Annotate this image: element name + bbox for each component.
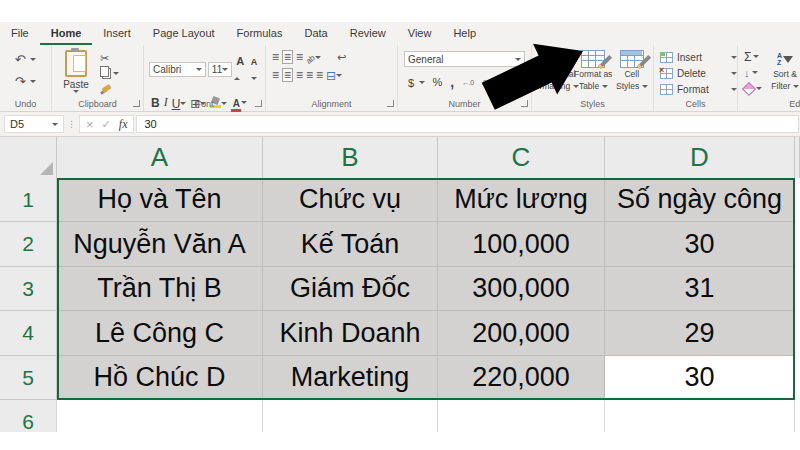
cell-B5[interactable]: Marketing: [263, 356, 438, 400]
column-header-d[interactable]: D: [605, 137, 795, 178]
cell-C2[interactable]: 100,000: [438, 222, 605, 267]
copy-button[interactable]: [100, 67, 119, 79]
decrease-decimal-button[interactable]: .00: [482, 79, 490, 86]
font-dialog-launcher[interactable]: [255, 100, 262, 107]
sort-filter-button[interactable]: AZ Sort & Filter: [768, 50, 800, 95]
cancel-icon[interactable]: ×: [86, 118, 94, 131]
cell-styles-button[interactable]: Cell Styles: [613, 50, 652, 91]
cell-A4[interactable]: Lê Công C: [57, 311, 263, 356]
number-dialog-launcher[interactable]: [521, 100, 528, 107]
align-center-button[interactable]: ≡: [282, 68, 293, 82]
cell-D5-active[interactable]: 30: [605, 356, 795, 400]
cell-extra[interactable]: [795, 311, 800, 356]
row-header-1[interactable]: 1: [0, 178, 57, 222]
cell-D1[interactable]: Số ngày công: [605, 178, 795, 222]
select-all-corner[interactable]: [0, 137, 57, 178]
cell-A3[interactable]: Trần Thị B: [57, 267, 263, 311]
currency-button[interactable]: $: [408, 73, 425, 91]
align-bottom-button[interactable]: ≡: [296, 51, 303, 63]
underline-button[interactable]: U: [172, 94, 187, 112]
font-color-button[interactable]: A: [231, 93, 247, 112]
cell-extra[interactable]: [795, 356, 800, 400]
cell-C5[interactable]: 220,000: [438, 356, 605, 400]
tab-view[interactable]: View: [397, 22, 443, 45]
bold-button[interactable]: B: [151, 96, 160, 110]
row-header-2[interactable]: 2: [0, 222, 57, 267]
cell-D6[interactable]: [605, 400, 795, 432]
format-as-table-button[interactable]: Format as Table: [574, 50, 613, 91]
alignment-dialog-launcher[interactable]: [387, 100, 394, 107]
formula-bar-handle[interactable]: ⋮: [67, 119, 76, 129]
formula-input[interactable]: 30: [136, 115, 799, 133]
cell-D3[interactable]: 31: [605, 267, 795, 311]
cell-B3[interactable]: Giám Đốc: [263, 267, 438, 311]
merge-center-button[interactable]: ⊟: [326, 66, 342, 84]
cell-B1[interactable]: Chức vụ: [263, 178, 438, 222]
cell-D2[interactable]: 30: [605, 222, 795, 267]
decrease-indent-button[interactable]: ≡: [306, 69, 313, 81]
tab-file[interactable]: File: [0, 22, 40, 45]
cell-extra[interactable]: [795, 400, 800, 432]
cell-A1[interactable]: Họ và Tên: [57, 178, 263, 222]
align-right-button[interactable]: ≡: [296, 69, 303, 81]
tab-insert[interactable]: Insert: [92, 22, 142, 45]
cell-B6[interactable]: [263, 400, 438, 432]
tab-review[interactable]: Review: [339, 22, 397, 45]
clipboard-dialog-launcher[interactable]: [133, 100, 140, 107]
italic-button[interactable]: I: [164, 95, 168, 110]
cell-C4[interactable]: 200,000: [438, 311, 605, 356]
cell-extra[interactable]: [795, 222, 800, 267]
decrease-font-button[interactable]: A: [251, 51, 262, 87]
row-header-4[interactable]: 4: [0, 311, 57, 356]
tab-formulas[interactable]: Formulas: [226, 22, 294, 45]
column-header-c[interactable]: C: [438, 137, 605, 178]
number-format-combo[interactable]: General: [404, 51, 525, 67]
row-header-3[interactable]: 3: [0, 267, 57, 311]
tab-home[interactable]: Home: [40, 22, 93, 45]
fill-color-button[interactable]: [210, 94, 227, 112]
orientation-button[interactable]: ab: [306, 48, 321, 66]
column-header-a[interactable]: A: [57, 137, 263, 178]
align-left-button[interactable]: ≡: [272, 69, 279, 81]
insert-cells-button[interactable]: Insert: [660, 51, 737, 64]
cell-A5[interactable]: Hồ Chúc D: [57, 356, 263, 400]
paste-button[interactable]: Paste: [58, 50, 94, 94]
clear-button[interactable]: [744, 82, 762, 95]
cell-C1[interactable]: Mức lương: [438, 178, 605, 222]
cell-A6[interactable]: [57, 400, 263, 432]
cell-C6[interactable]: [438, 400, 605, 432]
conditional-formatting-button[interactable]: Conditional Formatting: [534, 50, 574, 91]
delete-cells-button[interactable]: Delete: [660, 67, 737, 80]
increase-indent-button[interactable]: ≡: [316, 69, 323, 81]
enter-icon[interactable]: ✓: [102, 118, 111, 131]
cell-C3[interactable]: 300,000: [438, 267, 605, 311]
percent-button[interactable]: %: [433, 76, 443, 88]
increase-font-button[interactable]: A: [234, 51, 248, 87]
row-header-5[interactable]: 5: [0, 356, 57, 400]
format-painter-button[interactable]: [100, 82, 119, 94]
cut-button[interactable]: ✂: [100, 52, 119, 64]
cell-B2[interactable]: Kế Toán: [263, 222, 438, 267]
cell-B4[interactable]: Kinh Doanh: [263, 311, 438, 356]
tab-page-layout[interactable]: Page Layout: [142, 22, 226, 45]
tab-data[interactable]: Data: [293, 22, 338, 45]
autosum-button[interactable]: Σ: [744, 50, 762, 63]
font-name-combo[interactable]: Calibri: [149, 62, 206, 77]
tab-help[interactable]: Help: [442, 22, 487, 45]
comma-style-button[interactable]: ,: [450, 78, 454, 86]
column-header-b[interactable]: B: [263, 137, 438, 178]
row-header-6[interactable]: 6: [0, 400, 57, 432]
name-box[interactable]: D5: [4, 115, 64, 133]
insert-function-icon[interactable]: fx: [119, 117, 128, 132]
format-cells-button[interactable]: Format: [660, 83, 737, 96]
font-size-combo[interactable]: 11: [208, 62, 232, 77]
cell-extra[interactable]: [795, 267, 800, 311]
borders-button[interactable]: ⊞: [190, 94, 206, 112]
increase-decimal-button[interactable]: ←.0: [462, 79, 473, 86]
align-middle-button[interactable]: ≡: [282, 50, 293, 64]
cell-extra[interactable]: [795, 178, 800, 222]
wrap-text-button[interactable]: ↩: [337, 51, 346, 64]
cell-D4[interactable]: 29: [605, 311, 795, 356]
undo-button[interactable]: ↶: [15, 50, 36, 68]
redo-button[interactable]: ↷: [15, 72, 36, 90]
